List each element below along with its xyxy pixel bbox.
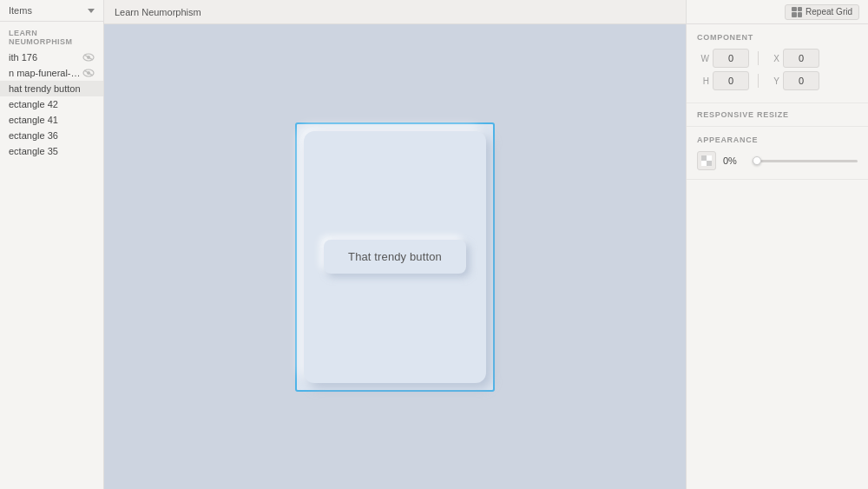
svg-rect-6 — [701, 155, 707, 161]
component-section: COMPONENT W X H Y — [687, 24, 868, 103]
grid-icon — [792, 7, 802, 17]
y-input[interactable] — [783, 71, 819, 90]
trendy-button[interactable]: That trendy button — [324, 240, 466, 274]
canvas-area: Learn Neumorphism That trendy button — [104, 0, 686, 489]
appearance-row: 0% — [697, 151, 858, 170]
right-panel-top: Repeat Grid — [687, 0, 868, 24]
sidebar-item-rect36-label: ectangle 36 — [9, 130, 95, 141]
sidebar-item-map-label: n map-funeral-home — [9, 68, 82, 78]
sidebar-item-rect35-label: ectangle 35 — [9, 146, 95, 156]
svg-line-2 — [84, 55, 93, 60]
sidebar-item-width-label: ith 176 — [9, 52, 82, 63]
h-field-group: H — [697, 71, 749, 90]
artboard-frame[interactable]: That trendy button — [295, 122, 495, 392]
slider-thumb — [753, 156, 761, 165]
appearance-section: APPEARANCE 0% — [687, 127, 868, 180]
sidebar-item-rect41[interactable]: ectangle 41 — [0, 112, 103, 128]
checkerboard-icon — [701, 155, 712, 166]
sidebar-dropdown[interactable]: Items — [0, 0, 103, 22]
field-divider-2 — [758, 74, 759, 88]
y-label: Y — [767, 76, 779, 86]
sidebar-item-rect42[interactable]: ectangle 42 — [0, 96, 103, 112]
x-field-group: X — [767, 49, 819, 68]
opacity-value: 0% — [723, 155, 746, 166]
appearance-icon-box[interactable] — [697, 151, 716, 170]
grid-cell-1 — [792, 7, 797, 12]
h-input[interactable] — [713, 71, 749, 90]
grid-cell-3 — [792, 12, 797, 17]
responsive-resize-label: RESPONSIVE RESIZE — [697, 110, 858, 119]
y-field-group: Y — [767, 71, 819, 90]
eye-icon[interactable] — [82, 53, 95, 62]
component-label: COMPONENT — [697, 33, 858, 42]
sidebar-dropdown-label: Items — [9, 5, 32, 16]
grid-cell-4 — [798, 12, 803, 17]
sidebar-item-rect42-label: ectangle 42 — [9, 99, 95, 109]
repeat-grid-label: Repeat Grid — [806, 7, 852, 17]
sidebar-section-label: LEARN NEUMORPHISM — [0, 22, 103, 50]
svg-rect-7 — [707, 161, 712, 166]
right-panel: Repeat Grid COMPONENT W X H Y — [686, 0, 868, 489]
svg-rect-8 — [707, 155, 712, 161]
field-divider-1 — [758, 51, 759, 65]
left-sidebar: Items LEARN NEUMORPHISM ith 176 n map-fu… — [0, 0, 104, 489]
w-field-group: W — [697, 49, 749, 68]
opacity-slider[interactable] — [753, 160, 858, 162]
repeat-grid-button[interactable]: Repeat Grid — [785, 4, 859, 20]
grid-cell-2 — [798, 7, 803, 12]
sidebar-item-button-label: hat trendy button — [9, 83, 95, 94]
svg-line-5 — [84, 70, 93, 76]
canvas-title: Learn Neumorphism — [115, 7, 201, 17]
svg-rect-9 — [701, 161, 707, 166]
w-input[interactable] — [713, 49, 749, 68]
component-row-1: W X — [697, 49, 858, 68]
sidebar-item-rect35[interactable]: ectangle 35 — [0, 143, 103, 159]
appearance-label: APPEARANCE — [697, 135, 858, 144]
sidebar-item-button[interactable]: hat trendy button — [0, 81, 103, 96]
h-label: H — [697, 76, 709, 86]
sidebar-item-map[interactable]: n map-funeral-home — [0, 65, 103, 81]
responsive-resize-section: RESPONSIVE RESIZE — [687, 103, 868, 127]
x-label: X — [767, 54, 779, 63]
x-input[interactable] — [783, 49, 819, 68]
canvas-header: Learn Neumorphism — [104, 0, 686, 24]
component-row-2: H Y — [697, 71, 858, 90]
w-label: W — [697, 54, 709, 63]
sidebar-item-rect36[interactable]: ectangle 36 — [0, 128, 103, 143]
sidebar-item-width[interactable]: ith 176 — [0, 50, 103, 65]
sidebar-item-rect41-label: ectangle 41 — [9, 115, 95, 125]
eye-icon-2[interactable] — [82, 69, 95, 77]
chevron-down-icon — [88, 9, 95, 13]
neuo-card: That trendy button — [304, 131, 486, 383]
artboard: That trendy button — [187, 49, 603, 466]
canvas-viewport[interactable]: That trendy button — [104, 24, 686, 489]
